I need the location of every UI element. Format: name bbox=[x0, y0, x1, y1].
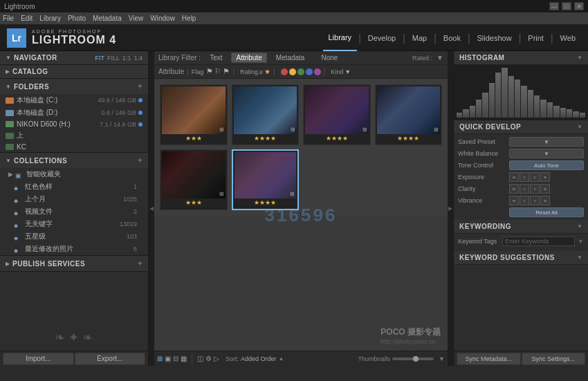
reset-all-button[interactable]: Reset All bbox=[509, 207, 584, 217]
nav-fill[interactable]: FILL bbox=[107, 55, 120, 62]
color-dot-purple[interactable] bbox=[314, 68, 321, 75]
kind-dropdown[interactable]: ▼ bbox=[344, 68, 351, 75]
photo-cell[interactable]: ⊞ ★★★★ bbox=[375, 84, 443, 145]
survey-view-icon[interactable]: ▦ bbox=[181, 355, 187, 362]
export-button[interactable]: Export... bbox=[75, 353, 146, 365]
color-dot-red[interactable] bbox=[281, 68, 288, 75]
menu-library[interactable]: Library bbox=[39, 15, 61, 22]
filter-tab-text[interactable]: Text bbox=[205, 53, 227, 63]
collections-add-button[interactable]: + bbox=[138, 156, 143, 165]
minimize-button[interactable]: — bbox=[549, 2, 559, 10]
exposure-inc[interactable]: › bbox=[530, 172, 540, 182]
filter-tab-attribute[interactable]: Attribute bbox=[231, 53, 266, 63]
histogram-expand-icon[interactable]: ▼ bbox=[577, 55, 582, 61]
tab-web[interactable]: Web bbox=[555, 25, 581, 51]
color-dot-green[interactable] bbox=[297, 68, 304, 75]
keyword-suggestions-header[interactable]: Keyword Suggestions ▼ bbox=[454, 251, 588, 265]
clarity-dec-dec[interactable]: « bbox=[509, 184, 519, 194]
photo-cell[interactable]: ⊞ ★★★ bbox=[160, 149, 228, 210]
collection-parent[interactable]: ▶ 智能收藏夹 bbox=[0, 168, 148, 180]
flag-icon-3[interactable]: ⚑ bbox=[223, 67, 230, 76]
menu-window[interactable]: Window bbox=[150, 15, 175, 22]
exposure-inc-inc[interactable]: » bbox=[540, 172, 550, 182]
publish-services-header[interactable]: Publish Services + bbox=[0, 256, 148, 271]
folder-item[interactable]: KC bbox=[0, 142, 148, 152]
catalog-header[interactable]: Catalog bbox=[0, 65, 148, 78]
nav-1to4[interactable]: 1:4 bbox=[134, 55, 143, 62]
tab-map[interactable]: Map bbox=[407, 25, 432, 51]
photo-cell[interactable]: ⊞ ★★★★ bbox=[303, 84, 371, 145]
menu-help[interactable]: Help bbox=[182, 15, 196, 22]
filmstrip-icon[interactable]: ◫ bbox=[197, 355, 203, 362]
white-balance-control[interactable]: ▼ bbox=[509, 149, 584, 158]
exposure-dec[interactable]: ‹ bbox=[520, 172, 529, 182]
collections-header[interactable]: Collections + bbox=[0, 153, 148, 168]
keywording-header[interactable]: Keywording ▼ bbox=[454, 220, 588, 234]
keyword-arrow[interactable]: ▼ bbox=[578, 238, 584, 245]
collection-item[interactable]: 上个月 1025 bbox=[0, 193, 148, 205]
saved-preset-control[interactable]: ▼ bbox=[509, 137, 584, 147]
scroll-arrow-right-icon[interactable]: ▶ bbox=[448, 205, 452, 212]
menu-metadata[interactable]: Metadata bbox=[93, 15, 122, 22]
sync-settings-button[interactable]: Sync Settings... bbox=[522, 353, 586, 365]
tab-develop[interactable]: Develop bbox=[362, 25, 401, 51]
publish-add-button[interactable]: + bbox=[138, 259, 143, 268]
tab-book[interactable]: Book bbox=[438, 25, 466, 51]
vibrance-dec[interactable]: ‹ bbox=[520, 196, 529, 205]
exposure-dec-dec[interactable]: « bbox=[509, 172, 519, 182]
nav-1to1[interactable]: 1:1 bbox=[122, 55, 131, 62]
folder-item[interactable]: 本地磁盘 (D:) 0.6 / 146 GB bbox=[0, 106, 148, 119]
sort-direction-icon[interactable]: ▲ bbox=[279, 355, 284, 362]
quick-develop-header[interactable]: Quick Develop ▼ bbox=[454, 120, 588, 134]
tab-print[interactable]: Print bbox=[522, 25, 549, 51]
import-button[interactable]: Import... bbox=[3, 353, 74, 365]
menu-file[interactable]: File bbox=[3, 15, 14, 22]
sort-value[interactable]: Added Order bbox=[241, 355, 277, 362]
tab-library[interactable]: Library bbox=[323, 25, 358, 51]
thumbnail-slider[interactable] bbox=[392, 357, 434, 360]
menu-view[interactable]: View bbox=[129, 15, 144, 22]
vibrance-inc[interactable]: › bbox=[530, 196, 540, 205]
sync-metadata-button[interactable]: Sync Metadata... bbox=[457, 353, 521, 365]
keyword-input[interactable]: Enter Keywords bbox=[502, 236, 575, 246]
people-icon[interactable]: ⚙ bbox=[205, 355, 212, 362]
grid-view-icon[interactable]: ⊞ bbox=[157, 355, 163, 362]
folder-item[interactable]: 本地磁盘 (C:) 49.6 / 146 GB bbox=[0, 94, 148, 106]
scroll-arrow-icon[interactable]: ◀ bbox=[149, 205, 154, 212]
photo-cell[interactable]: ⊞ ★★★ bbox=[160, 84, 228, 145]
close-button[interactable]: ✕ bbox=[574, 2, 584, 10]
flag-icon-2[interactable]: ⚐ bbox=[214, 67, 221, 76]
quick-develop-expand-icon[interactable]: ▼ bbox=[577, 124, 582, 130]
photo-cell[interactable]: ⊞ ★★★★ bbox=[232, 84, 300, 145]
vibrance-dec-dec[interactable]: « bbox=[509, 196, 519, 205]
maximize-button[interactable]: □ bbox=[562, 2, 571, 10]
slideshow-icon[interactable]: ▷ bbox=[214, 355, 219, 362]
collection-item[interactable]: 五星级 103 bbox=[0, 230, 148, 243]
collection-item[interactable]: 红色色样 1 bbox=[0, 180, 148, 193]
keywording-expand-icon[interactable]: ▼ bbox=[577, 223, 582, 230]
color-dot-yellow[interactable] bbox=[289, 68, 296, 75]
menu-photo[interactable]: Photo bbox=[68, 15, 86, 22]
auto-tone-button[interactable]: Auto Tone bbox=[509, 160, 584, 170]
photo-cell-selected[interactable]: ⊞ ★★★★ bbox=[232, 149, 300, 210]
folder-item[interactable]: 上 bbox=[0, 129, 148, 142]
nav-fit[interactable]: FIT bbox=[95, 55, 104, 62]
histogram-header[interactable]: Histogram ▼ bbox=[454, 51, 588, 65]
folder-item[interactable]: NIKON D600 (H:) 7.1 / 14.6 GB bbox=[0, 119, 148, 129]
compare-view-icon[interactable]: ⊟ bbox=[173, 355, 178, 362]
keyword-suggestions-expand-icon[interactable]: ▼ bbox=[577, 254, 582, 261]
folders-header[interactable]: Folders + bbox=[0, 79, 148, 94]
clarity-inc-inc[interactable]: » bbox=[540, 184, 550, 194]
rating-stars[interactable]: ★ bbox=[264, 68, 270, 75]
collection-item[interactable]: 最近修改的照片 6 bbox=[0, 243, 148, 255]
folders-add-button[interactable]: + bbox=[138, 82, 143, 91]
filter-expand-icon[interactable]: ▼ bbox=[437, 54, 443, 62]
color-dot-blue[interactable] bbox=[306, 68, 313, 75]
grid-options-icon[interactable]: ▼ bbox=[439, 355, 445, 362]
collection-item[interactable]: 无关键字 13019 bbox=[0, 218, 148, 230]
collection-item[interactable]: 视频文件 2 bbox=[0, 205, 148, 218]
flag-icon-1[interactable]: ⚑ bbox=[206, 67, 213, 76]
clarity-dec[interactable]: ‹ bbox=[520, 184, 529, 194]
vibrance-inc-inc[interactable]: » bbox=[540, 196, 550, 205]
filter-tab-metadata[interactable]: Metadata bbox=[271, 53, 310, 63]
